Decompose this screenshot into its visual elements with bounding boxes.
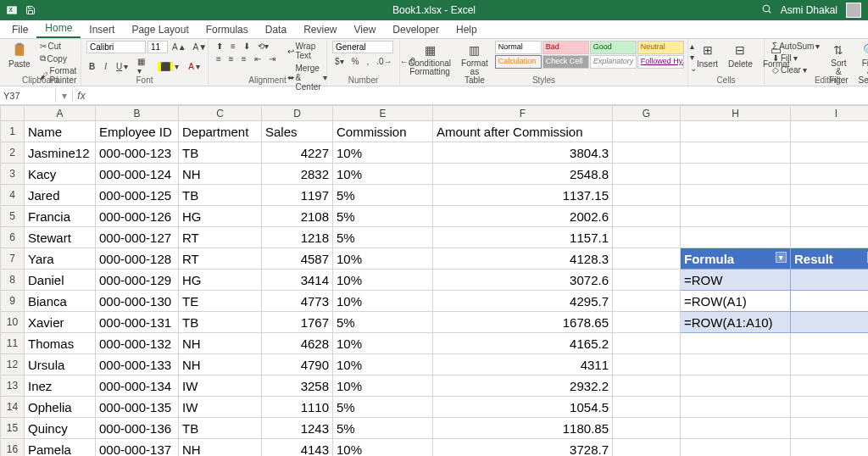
- cell-B1[interactable]: Employee ID: [96, 121, 179, 142]
- cell-H4[interactable]: [681, 185, 791, 206]
- cell-C5[interactable]: HG: [179, 206, 262, 227]
- cell-style-explanatory-[interactable]: Explanatory ...: [590, 55, 637, 69]
- delete-cells-button[interactable]: ⊟Delete: [725, 41, 756, 70]
- insert-cells-button[interactable]: ⊞Insert: [693, 41, 721, 70]
- cell-E11[interactable]: 10%: [333, 333, 433, 354]
- align-middle-button[interactable]: ≡: [228, 41, 238, 52]
- cell-E5[interactable]: 5%: [333, 206, 433, 227]
- cell-I3[interactable]: [791, 164, 869, 185]
- cell-C15[interactable]: TB: [179, 418, 262, 439]
- cell-H5[interactable]: [681, 206, 791, 227]
- cell-A14[interactable]: Ophelia: [25, 397, 96, 418]
- cell-D7[interactable]: 4587: [262, 248, 333, 270]
- cell-C6[interactable]: RT: [179, 227, 262, 248]
- cell-C13[interactable]: IW: [179, 375, 262, 397]
- cell-H7[interactable]: Formula▾: [681, 248, 791, 270]
- number-format-select[interactable]: [332, 41, 393, 53]
- search-icon[interactable]: [761, 3, 772, 17]
- row-header-5[interactable]: 5: [1, 206, 25, 227]
- cell-style-followed-hy-[interactable]: Followed Hy...: [637, 55, 684, 69]
- cell-D6[interactable]: 1218: [262, 227, 333, 248]
- user-name[interactable]: Asmi Dhakal: [781, 4, 837, 16]
- cell-B11[interactable]: 000-000-132: [96, 333, 179, 354]
- cell-F4[interactable]: 1137.15: [433, 185, 613, 206]
- cell-I7[interactable]: Result▾: [791, 248, 869, 270]
- row-header-8[interactable]: 8: [1, 270, 25, 291]
- col-header-G[interactable]: G: [613, 106, 681, 121]
- cell-D9[interactable]: 4773: [262, 291, 333, 312]
- cell-I1[interactable]: [791, 121, 869, 142]
- row-header-11[interactable]: 11: [1, 333, 25, 354]
- cell-B13[interactable]: 000-000-134: [96, 375, 179, 397]
- col-header-B[interactable]: B: [96, 106, 179, 121]
- cell-A9[interactable]: Bianca: [25, 291, 96, 312]
- cell-C12[interactable]: NH: [179, 354, 262, 375]
- align-right-button[interactable]: ≡: [239, 53, 249, 64]
- cell-F2[interactable]: 3804.3: [433, 142, 613, 164]
- cell-A13[interactable]: Inez: [25, 375, 96, 397]
- cell-D12[interactable]: 4790: [262, 354, 333, 375]
- cell-D11[interactable]: 4628: [262, 333, 333, 354]
- col-header-H[interactable]: H: [681, 106, 791, 121]
- cell-E10[interactable]: 5%: [333, 312, 433, 333]
- cell-I9[interactable]: 1: [791, 291, 869, 312]
- cell-I11[interactable]: [791, 333, 869, 354]
- cell-H9[interactable]: =ROW(A1): [681, 291, 791, 312]
- col-header-E[interactable]: E: [333, 106, 433, 121]
- row-header-15[interactable]: 15: [1, 418, 25, 439]
- cell-E9[interactable]: 10%: [333, 291, 433, 312]
- row-header-2[interactable]: 2: [1, 142, 25, 164]
- formula-input[interactable]: [90, 94, 868, 97]
- cell-F5[interactable]: 2002.6: [433, 206, 613, 227]
- cell-H6[interactable]: [681, 227, 791, 248]
- row-header-14[interactable]: 14: [1, 397, 25, 418]
- cell-G12[interactable]: [613, 354, 681, 375]
- cell-F16[interactable]: 3728.7: [433, 439, 613, 457]
- cell-C14[interactable]: IW: [179, 397, 262, 418]
- cell-F9[interactable]: 4295.7: [433, 291, 613, 312]
- cell-D2[interactable]: 4227: [262, 142, 333, 164]
- cut-button[interactable]: ✂Cut: [37, 41, 80, 52]
- filter-dropdown-icon[interactable]: ▾: [776, 252, 787, 263]
- cell-F3[interactable]: 2548.8: [433, 164, 613, 185]
- col-header-I[interactable]: I: [791, 106, 869, 121]
- cell-E12[interactable]: 10%: [333, 354, 433, 375]
- namebox-dropdown[interactable]: ▾: [56, 90, 73, 102]
- autosum-button[interactable]: Σ AutoSum ▾: [770, 41, 822, 52]
- cell-B5[interactable]: 000-000-126: [96, 206, 179, 227]
- cell-style-good[interactable]: Good: [590, 41, 637, 54]
- orientation-button[interactable]: ⟲▾: [255, 41, 271, 52]
- cell-A7[interactable]: Yara: [25, 248, 96, 270]
- align-center-button[interactable]: ≡: [226, 53, 236, 64]
- cell-F11[interactable]: 4165.2: [433, 333, 613, 354]
- cell-E8[interactable]: 10%: [333, 270, 433, 291]
- cell-H8[interactable]: =ROW: [681, 270, 791, 291]
- cell-G15[interactable]: [613, 418, 681, 439]
- indent-inc-button[interactable]: ⇥: [266, 53, 278, 64]
- cell-C1[interactable]: Department: [179, 121, 262, 142]
- avatar[interactable]: [846, 3, 861, 18]
- cell-A16[interactable]: Pamela: [25, 439, 96, 457]
- cell-C2[interactable]: TB: [179, 142, 262, 164]
- cell-G16[interactable]: [613, 439, 681, 457]
- percent-button[interactable]: %: [349, 56, 362, 67]
- row-header-9[interactable]: 9: [1, 291, 25, 312]
- row-header-4[interactable]: 4: [1, 185, 25, 206]
- cell-F12[interactable]: 4311: [433, 354, 613, 375]
- cell-C10[interactable]: TB: [179, 312, 262, 333]
- align-left-button[interactable]: ≡: [214, 53, 224, 64]
- fill-color-button[interactable]: ⬛▾: [155, 56, 181, 76]
- cell-B3[interactable]: 000-000-124: [96, 164, 179, 185]
- cell-G3[interactable]: [613, 164, 681, 185]
- cell-style-check-cell[interactable]: Check Cell: [542, 55, 589, 69]
- cell-H12[interactable]: [681, 354, 791, 375]
- tab-developer[interactable]: Developer: [384, 20, 448, 38]
- row-header-13[interactable]: 13: [1, 375, 25, 397]
- cell-C7[interactable]: RT: [179, 248, 262, 270]
- cell-C16[interactable]: NH: [179, 439, 262, 457]
- cell-A15[interactable]: Quincy: [25, 418, 96, 439]
- col-header-A[interactable]: A: [25, 106, 96, 121]
- cell-G5[interactable]: [613, 206, 681, 227]
- row-header-7[interactable]: 7: [1, 248, 25, 270]
- cell-G9[interactable]: [613, 291, 681, 312]
